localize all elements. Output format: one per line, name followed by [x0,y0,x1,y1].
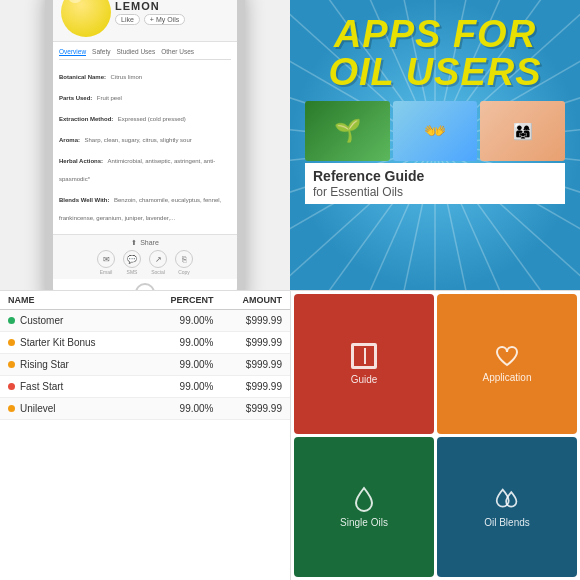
row-fast-amount: $999.99 [214,381,283,392]
row-fast-percent: 99.00% [145,381,214,392]
phone-mockup: LEMON Like + My Oils Overview Safety Stu… [45,0,245,290]
tile-guide[interactable]: Guide [294,294,434,434]
parts-label: Parts Used: [59,95,92,101]
heart-icon [495,345,519,367]
book-icon [351,343,377,369]
ref-image-family [480,101,565,161]
herbal-row: Herbal Actions: Antimicrobial, antisepti… [59,149,231,185]
dot-customer [8,317,15,324]
tile-oil-blends[interactable]: Oil Blends [437,437,577,577]
tile-application[interactable]: Application [437,294,577,434]
botanical-row: Botanical Name: Citrus limon [59,65,231,83]
row-fast-name: Fast Start [8,381,145,392]
row-customer-amount: $999.99 [214,315,283,326]
phone-title: LEMON [115,0,229,12]
tab-other-uses[interactable]: Other Uses [161,48,194,56]
col-percent: PERCENT [145,295,214,305]
like-button[interactable]: Like [115,14,140,25]
row-rising-percent: 99.00% [145,359,214,370]
tab-overview[interactable]: Overview [59,48,86,56]
ref-guide-container: Reference Guide for Essential Oils [305,101,565,204]
guide-label: Guide [351,374,378,385]
email-icon: ✉ [97,250,115,268]
share-sms[interactable]: 💬 SMS [123,250,141,275]
table-header: NAME PERCENT AMOUNT [0,291,290,310]
social-icon: ↗ [149,250,167,268]
row-customer-percent: 99.00% [145,315,214,326]
phone-top-bar: LEMON Like + My Oils [53,0,237,42]
main-container: LEMON Like + My Oils Overview Safety Stu… [0,0,580,580]
drops-icon [495,486,519,512]
ref-guide-title: Reference Guide [313,168,557,185]
table-row: Fast Start 99.00% $999.99 [0,376,290,398]
herbal-label: Herbal Actions: [59,158,103,164]
dot-fast [8,383,15,390]
tab-safety[interactable]: Safety [92,48,110,56]
aroma-row: Aroma: Sharp, clean, sugary, citrus, sli… [59,128,231,146]
phone-header-text: LEMON Like + My Oils [115,0,229,25]
phone-panel: LEMON Like + My Oils Overview Safety Stu… [0,0,290,290]
dot-rising [8,361,15,368]
email-label: Email [100,269,113,275]
ref-image-hands [393,101,478,161]
share-email[interactable]: ✉ Email [97,250,115,275]
row-starter-name: Starter Kit Bonus [8,337,145,348]
table-panel: NAME PERCENT AMOUNT Customer 99.00% $999… [0,290,290,580]
tab-studied-uses[interactable]: Studied Uses [117,48,156,56]
ref-guide-text-box: Reference Guide for Essential Oils [305,163,565,204]
aroma-label: Aroma: [59,137,80,143]
botanical-value: Citrus limon [110,74,142,80]
ref-guide-subtitle: for Essential Oils [313,185,557,199]
sms-icon: 💬 [123,250,141,268]
extraction-value: Expressed (cold pressed) [118,116,186,122]
phone-content: Overview Safety Studied Uses Other Uses … [53,42,237,234]
lemon-image [61,0,111,37]
ref-image-plant [305,101,390,161]
aroma-value: Sharp, clean, sugary, citrus, slightly s… [84,137,191,143]
phone-share-bar: ⬆Share ✉ Email 💬 SMS ↗ Social [53,234,237,279]
dot-starter [8,339,15,346]
apps-title: APPS FOR OIL USERS [328,15,541,91]
dot-unilevel [8,405,15,412]
table-row: Customer 99.00% $999.99 [0,310,290,332]
my-oils-button[interactable]: + My Oils [144,14,185,25]
share-label: ⬆Share [131,239,159,247]
extraction-row: Extraction Method: Expressed (cold press… [59,107,231,125]
botanical-label: Botanical Name: [59,74,106,80]
tile-single-oils[interactable]: Single Oils [294,437,434,577]
table-row: Starter Kit Bonus 99.00% $999.99 [0,332,290,354]
row-unilevel-name: Unilevel [8,403,145,414]
col-name: NAME [8,295,145,305]
share-copy[interactable]: ⎘ Copy [175,250,193,275]
home-button[interactable] [135,283,155,290]
drop-icon [354,486,374,512]
parts-value: Fruit peel [97,95,122,101]
copy-icon: ⎘ [175,250,193,268]
phone-tabs: Overview Safety Studied Uses Other Uses [59,48,231,60]
social-label: Social [151,269,165,275]
share-icons: ✉ Email 💬 SMS ↗ Social ⎘ Copy [97,250,193,275]
share-social[interactable]: ↗ Social [149,250,167,275]
table-row: Unilevel 99.00% $999.99 [0,398,290,420]
title-line2: OIL USERS [328,53,541,91]
app-grid-panel: Guide Application Single Oils [290,290,580,580]
parts-row: Parts Used: Fruit peel [59,86,231,104]
oil-blends-label: Oil Blends [484,517,530,528]
row-unilevel-percent: 99.00% [145,403,214,414]
application-label: Application [483,372,532,383]
copy-label: Copy [178,269,190,275]
title-panel: APPS FOR OIL USERS Reference Guide for E… [290,0,580,290]
blends-label: Blends Well With: [59,197,110,203]
col-amount: AMOUNT [214,295,283,305]
extraction-label: Extraction Method: [59,116,113,122]
ref-guide-images [305,101,565,161]
row-rising-amount: $999.99 [214,359,283,370]
phone-action-buttons: Like + My Oils [115,14,229,25]
table-row: Rising Star 99.00% $999.99 [0,354,290,376]
title-line1: APPS FOR [328,15,541,53]
single-oils-label: Single Oils [340,517,388,528]
sms-label: SMS [127,269,138,275]
row-rising-name: Rising Star [8,359,145,370]
row-unilevel-amount: $999.99 [214,403,283,414]
row-customer-name: Customer [8,315,145,326]
